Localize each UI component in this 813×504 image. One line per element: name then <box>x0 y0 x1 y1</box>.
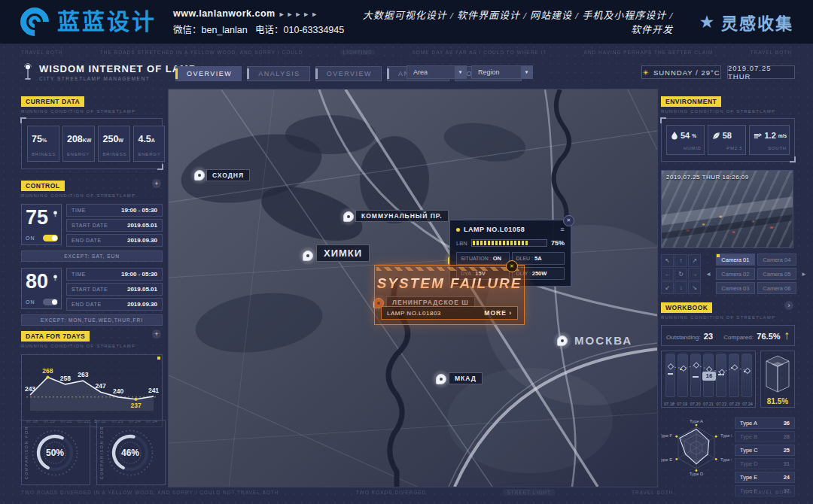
dpad-right[interactable]: → <box>688 268 701 281</box>
svg-text:Type A: Type A <box>690 419 703 424</box>
chart-tooltip: 16 <box>702 372 716 381</box>
map-label-skhodnya[interactable]: СХОДНЯ <box>206 169 250 181</box>
time-row[interactable]: TIME19:00 - 05:30 <box>66 268 163 281</box>
type-c-row[interactable]: Type C25 <box>735 445 795 456</box>
camera-05-button[interactable]: Camera 05 <box>757 268 796 280</box>
streetlamp-icon <box>23 63 33 81</box>
camera-list: Camera 01 Camera 02 Camera 03 Camera 04 … <box>716 254 796 294</box>
time-row[interactable]: TIME19:00 - 05:30 <box>66 204 163 217</box>
panel-subtitle: RUNNING CONDITION OF STREETLAMP <box>21 193 163 198</box>
brightness-level-box[interactable]: 80 ON <box>21 268 62 309</box>
more-button[interactable]: MORE › <box>484 309 512 317</box>
plus-icon[interactable]: + <box>152 179 161 188</box>
chevron-down-icon[interactable]: ▼ <box>521 66 532 78</box>
arrows-icon: ►►►►► <box>279 11 320 18</box>
lamp-pin[interactable] <box>343 211 354 222</box>
type-e-row[interactable]: Type E24 <box>735 472 795 483</box>
system-failure-alert: ✕ SYSTEM FAILURE LAMP NO.L01803 MORE › <box>374 265 525 325</box>
panel-title-badge: ENVIRONMENT <box>661 96 721 107</box>
svg-text:241: 241 <box>148 387 159 394</box>
lamp-pin[interactable] <box>303 250 313 261</box>
close-icon[interactable]: ✕ <box>506 260 518 272</box>
camera-04-button[interactable]: Camera 04 <box>757 254 796 266</box>
svg-text:258: 258 <box>60 375 71 382</box>
popup-field-situation: SITUATION : ON <box>456 252 510 265</box>
chevron-down-icon[interactable]: ▼ <box>455 66 466 78</box>
workbook-x-label: 07.21 <box>703 402 714 406</box>
env-wind: 1.2m/s SOUTH <box>749 125 790 155</box>
svg-text:Type F: Type F <box>661 433 673 438</box>
map-label-moskva: МОСКВА <box>569 332 638 348</box>
lamp-pin[interactable] <box>557 335 568 346</box>
arrow-up-icon: ↑ <box>784 329 790 342</box>
start-date-row[interactable]: START DATE2019.05.01 <box>66 283 163 296</box>
panel-subtitle: RUNNING CONDITION OF STREETLAMP <box>21 344 163 348</box>
start-date-row[interactable]: START DATE2019.05.01 <box>66 219 163 232</box>
except-days: EXCEPT: MON,TUE,WED,THUR,FRI <box>21 314 163 326</box>
website-url[interactable]: www.lanlanwork.com ►►►►► <box>173 8 344 19</box>
dpad-up[interactable]: ↑ <box>674 254 687 267</box>
camera-timestamp: 2019.07.25 THUR 18:26:09 <box>666 174 749 181</box>
workbook-panel: WORKBOOK › RUNNING CONDITION OF STREETLA… <box>661 299 795 408</box>
plus-icon[interactable]: + <box>152 329 161 339</box>
region-select[interactable]: Region▼ <box>471 65 533 79</box>
environment-panel: ENVIRONMENT RUNNING CONDITION OF STREETL… <box>661 93 795 162</box>
map-label-kommunalny[interactable]: КОММУНАЛЬНЫЙ ПР. <box>355 210 449 222</box>
settings-sliders-icon[interactable]: ≡ <box>560 226 565 233</box>
services-tagline: 大数据可视化设计 / 软件界面设计 / 网站建设 / 手机及小程序设计 / 软件… <box>361 8 684 36</box>
camera-feed[interactable]: 2019.07.25 THUR 18:26:09 <box>661 170 793 248</box>
panel-subtitle: RUNNING CONDITION OF STREETLAMP <box>661 315 795 320</box>
tab-overview-1[interactable]: OVERVIEW <box>175 66 242 81</box>
workbook-x-label: 07.20 <box>690 402 701 406</box>
dpad-reset-icon[interactable]: ↻ <box>674 268 687 281</box>
type-b-row[interactable]: Type B28 <box>735 431 795 442</box>
map-label-khimki[interactable]: ХИМКИ <box>316 244 370 262</box>
radar-chart: Type AType BType CType DType EType F <box>661 410 732 488</box>
tab-overview-2[interactable]: OVERVIEW <box>315 66 382 81</box>
camera-06-button[interactable]: Camera 06 <box>757 282 796 294</box>
week-line-chart: 243268258263247240237241 07.1807.1907.20… <box>21 354 163 427</box>
dpad-up-right[interactable]: ↗ <box>688 254 701 267</box>
camera-next-icon[interactable]: ► <box>801 271 807 278</box>
top-tabs: OVERVIEW ANALYSIS OVERVIEW ANALYSIS OVER… <box>175 66 522 81</box>
camera-03-button[interactable]: Camera 03 <box>716 282 755 294</box>
page-title: WISDOM INTERNET OF LAMP <box>39 63 196 74</box>
week-data-panel: DATA FOR 7DAYS + RUNNING CONDITION OF ST… <box>21 328 163 427</box>
brightness-level-box[interactable]: 75 ON <box>21 204 62 245</box>
dpad-down-right[interactable]: ↘ <box>688 281 701 294</box>
svg-text:243: 243 <box>25 385 35 393</box>
close-icon[interactable]: ✕ <box>563 215 574 226</box>
camera-01-button[interactable]: Camera 01 <box>716 254 755 266</box>
end-date-row[interactable]: END DATE2019.09.30 <box>66 298 163 311</box>
tab-analysis-1[interactable]: ANALYSIS <box>247 66 309 81</box>
popup-field-dleu: DLEU : 5A <box>512 252 565 265</box>
dpad-left[interactable]: ← <box>661 268 674 281</box>
lamp-pin[interactable] <box>436 374 446 384</box>
dpad-up-left[interactable]: ↖ <box>661 254 674 267</box>
workbook-x-label: 07.22 <box>716 402 726 406</box>
chevron-right-icon[interactable]: › <box>784 301 793 310</box>
type-d-row[interactable]: Type D31 <box>735 458 795 469</box>
env-pm25: 58 PM2.5 <box>708 125 746 155</box>
brightness-bar[interactable] <box>471 239 547 247</box>
area-select[interactable]: Area▼ <box>406 65 467 79</box>
type-a-row[interactable]: Type A36 <box>735 417 795 429</box>
lamp-pin[interactable] <box>194 170 205 181</box>
humidity-drop-icon <box>671 131 678 140</box>
comparison-gauge-2: COMPARISON FOR 46% <box>96 420 166 485</box>
lanlan-logo-icon <box>20 7 50 37</box>
camera-dpad: ↖↑↗ ←↻→ ↙↓↘ <box>661 254 701 294</box>
cube-icon <box>764 354 791 395</box>
map-label-mkad[interactable]: МКАД <box>449 372 483 384</box>
gauge-label: COMPARISON FOR <box>99 426 104 479</box>
camera-02-button[interactable]: Camera 02 <box>716 268 755 280</box>
panel-title-badge: DATA FOR 7DAYS <box>21 331 90 342</box>
power-toggle[interactable] <box>43 235 58 241</box>
lamp-icon <box>53 207 58 220</box>
end-date-row[interactable]: END DATE2019.09.30 <box>66 234 163 247</box>
power-toggle[interactable] <box>43 299 58 305</box>
dpad-down[interactable]: ↓ <box>674 281 687 294</box>
workbook-x-label: 07.24 <box>742 402 753 406</box>
camera-prev-icon[interactable]: ◄ <box>705 271 711 278</box>
dpad-down-left[interactable]: ↙ <box>661 281 674 294</box>
